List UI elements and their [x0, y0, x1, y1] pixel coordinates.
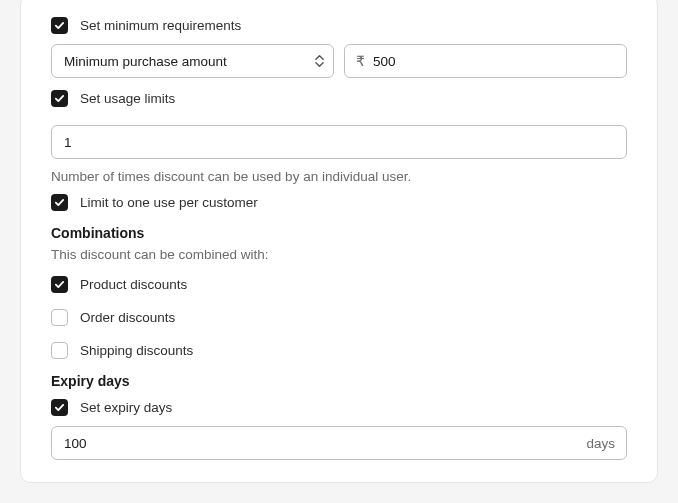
combo-product-discounts: Product discounts	[51, 276, 627, 293]
usage-limits-label: Set usage limits	[80, 91, 175, 106]
combinations-list: Product discounts Order discounts Shippi…	[51, 276, 627, 359]
expiry-days-input[interactable]	[51, 426, 627, 460]
limit-one-checkbox[interactable]	[51, 194, 68, 211]
expiry-title: Expiry days	[51, 373, 627, 389]
limit-one-row: Limit to one use per customer	[51, 194, 627, 211]
usage-limits-input[interactable]	[51, 125, 627, 159]
discount-settings-card: Set minimum requirements ₹ Set usage lim…	[20, 0, 658, 483]
check-icon	[54, 197, 65, 208]
expiry-set-checkbox[interactable]	[51, 399, 68, 416]
check-icon	[54, 20, 65, 31]
combo-shipping-label: Shipping discounts	[80, 343, 193, 358]
combo-product-label: Product discounts	[80, 277, 187, 292]
combo-order-label: Order discounts	[80, 310, 175, 325]
expiry-set-label: Set expiry days	[80, 400, 172, 415]
check-icon	[54, 93, 65, 104]
min-requirements-inputs: ₹	[51, 44, 627, 78]
usage-limits-help: Number of times discount can be used by …	[51, 169, 627, 184]
limit-one-label: Limit to one use per customer	[80, 195, 258, 210]
combo-product-checkbox[interactable]	[51, 276, 68, 293]
min-requirements-checkbox[interactable]	[51, 17, 68, 34]
min-amount-wrap: ₹	[344, 44, 627, 78]
combo-shipping-discounts: Shipping discounts	[51, 342, 627, 359]
combo-shipping-checkbox[interactable]	[51, 342, 68, 359]
min-requirements-label: Set minimum requirements	[80, 18, 241, 33]
min-amount-input[interactable]	[344, 44, 627, 78]
combinations-subtitle: This discount can be combined with:	[51, 247, 627, 262]
usage-limits-row: Set usage limits	[51, 90, 627, 107]
combo-order-discounts: Order discounts	[51, 309, 627, 326]
min-requirements-row: Set minimum requirements	[51, 17, 627, 34]
min-requirement-select-wrap	[51, 44, 334, 78]
check-icon	[54, 279, 65, 290]
usage-limits-checkbox[interactable]	[51, 90, 68, 107]
expiry-input-wrap: days	[51, 426, 627, 460]
min-requirement-select[interactable]	[51, 44, 334, 78]
expiry-set-row: Set expiry days	[51, 399, 627, 416]
combo-order-checkbox[interactable]	[51, 309, 68, 326]
combinations-title: Combinations	[51, 225, 627, 241]
check-icon	[54, 402, 65, 413]
